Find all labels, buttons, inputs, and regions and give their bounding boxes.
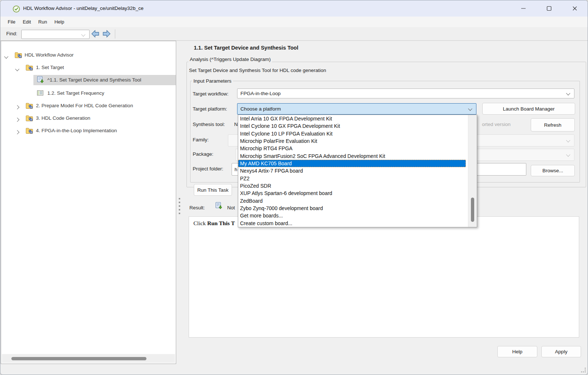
- platform-option-2[interactable]: Intel Cyclone 10 GX FPGA Development Kit: [238, 122, 466, 130]
- help-button[interactable]: Help: [497, 346, 537, 357]
- tree-item-label: 2. Prepare Model For HDL Code Generation: [36, 103, 133, 108]
- menu-bar: FileEditRunHelp: [0, 17, 588, 27]
- platform-option-4[interactable]: Microchip PolarFire Evaluation Kit: [238, 137, 466, 145]
- report-icon: [36, 89, 45, 97]
- find-previous-button[interactable]: [91, 29, 100, 40]
- folder-icon: [25, 64, 34, 71]
- tree-expand-down-icon[interactable]: [16, 66, 19, 72]
- dropdown-scrollbar[interactable]: [468, 115, 477, 227]
- task-result-icon: [215, 202, 223, 210]
- chevron-down-icon: [468, 107, 472, 111]
- tree-expand-right-icon[interactable]: [16, 129, 19, 135]
- project-folder-label: Project folder:: [193, 166, 223, 172]
- app-check-icon: [12, 5, 20, 13]
- toolbar-separator: [115, 29, 115, 39]
- result-label: Result:: [189, 205, 205, 210]
- tree-item-6[interactable]: 3. HDL Code Generation: [1, 113, 176, 123]
- task-description: Set Target Device and Synthesis Tool for…: [189, 68, 326, 73]
- input-parameters-group-label: Input Parameters: [192, 78, 233, 84]
- platform-option-15[interactable]: Create custom board...: [238, 220, 466, 227]
- scrollbar-thumb[interactable]: [471, 198, 474, 222]
- scrollbar-thumb[interactable]: [11, 357, 146, 360]
- window-title: HDL Workflow Advisor - unitDelay_ce/unit…: [23, 6, 144, 11]
- target-workflow-value: FPGA-in-the-Loop: [240, 91, 281, 96]
- folder-icon: [25, 127, 34, 134]
- tree-expand-down-icon[interactable]: [5, 54, 8, 59]
- workflow-tree-panel: HDL Workflow Advisor1. Set Target^1.1. S…: [1, 41, 176, 364]
- resize-grip[interactable]: [581, 368, 587, 374]
- package-label: Package:: [193, 151, 213, 157]
- tree-expand-right-icon[interactable]: [16, 117, 19, 122]
- run-this-task-button[interactable]: Run This Task: [194, 184, 232, 196]
- tree-item-5[interactable]: 2. Prepare Model For HDL Code Generation: [1, 101, 176, 111]
- tree-item-label: ^1.1. Set Target Device and Synthesis To…: [47, 77, 141, 83]
- platform-option-1[interactable]: Intel Arria 10 GX FPGA Development Kit: [238, 115, 466, 122]
- platform-option-9[interactable]: PZ2: [238, 175, 466, 182]
- panel-splitter[interactable]: [177, 41, 182, 364]
- menu-run[interactable]: Run: [35, 18, 51, 26]
- find-toolbar: Find:: [0, 27, 588, 41]
- platform-option-13[interactable]: Zybo Zynq-7000 development board: [238, 205, 466, 212]
- tree-item-2[interactable]: 1. Set Target: [1, 62, 176, 73]
- platform-option-3[interactable]: Intel Cyclone 10 LP FPGA Evaluation Kit: [238, 130, 466, 137]
- browse-button[interactable]: Browse...: [531, 165, 575, 176]
- tree-expand-right-icon[interactable]: [16, 104, 19, 110]
- synthesis-tool-value-fragment: N: [234, 122, 238, 127]
- task-report-area: Click Run This T: [189, 216, 579, 338]
- tree-item-label: 1.2. Set Target Frequency: [47, 90, 104, 96]
- target-workflow-label: Target workflow:: [193, 91, 229, 97]
- synthesis-tool-note-fragment: orted version: [482, 122, 511, 127]
- tree-item-label: 3. HDL Code Generation: [36, 115, 90, 121]
- synthesis-tool-label: Synthesis tool:: [193, 122, 225, 127]
- menu-file[interactable]: File: [4, 18, 19, 26]
- folder-icon: [14, 51, 23, 59]
- tree-item-3[interactable]: ^1.1. Set Target Device and Synthesis To…: [1, 75, 176, 85]
- tree-item-7[interactable]: 4. FPGA-in-the-Loop Implementation: [1, 126, 176, 136]
- menu-edit[interactable]: Edit: [19, 18, 35, 26]
- menu-help[interactable]: Help: [51, 18, 68, 26]
- find-next-button[interactable]: [102, 29, 111, 40]
- platform-option-14[interactable]: Get more boards...: [238, 212, 466, 219]
- report-instruction-text: Click Run This T: [193, 220, 235, 227]
- minimize-button[interactable]: [515, 0, 532, 17]
- tree-horizontal-scrollbar[interactable]: [2, 354, 175, 363]
- analysis-group-label: Analysis (^Triggers Update Diagram): [188, 57, 272, 62]
- launch-board-manager-button[interactable]: Launch Board Manager: [482, 103, 575, 115]
- project-folder-value-fragment: h: [235, 167, 237, 172]
- platform-option-8[interactable]: Nexys4 Artix-7 FPGA board: [238, 167, 466, 174]
- target-workflow-combobox[interactable]: FPGA-in-the-Loop: [237, 89, 574, 98]
- tree-item-label: 4. FPGA-in-the-Loop Implementation: [36, 128, 117, 133]
- target-platform-value: Choose a platform: [240, 106, 281, 112]
- maximize-button[interactable]: [541, 0, 558, 17]
- tree-item-label: 1. Set Target: [36, 65, 64, 70]
- target-platform-combobox[interactable]: Choose a platform: [237, 103, 476, 115]
- chevron-down-icon: [566, 138, 570, 142]
- target-platform-dropdown-list: Intel Arria 10 GX FPGA Development KitIn…: [238, 115, 477, 227]
- task-icon: [36, 76, 45, 84]
- title-bar: HDL Workflow Advisor - unitDelay_ce/unit…: [0, 0, 588, 17]
- tree-item-label: HDL Workflow Advisor: [25, 52, 74, 58]
- task-heading: 1.1. Set Target Device and Synthesis Too…: [194, 45, 298, 51]
- platform-option-5[interactable]: Microchip RTG4 FPGA: [238, 145, 466, 152]
- chevron-down-icon: [566, 152, 570, 156]
- target-platform-label: Target platform:: [193, 106, 227, 112]
- refresh-button[interactable]: Refresh: [531, 118, 575, 131]
- chevron-down-icon: [566, 91, 570, 95]
- find-input[interactable]: [21, 30, 90, 39]
- apply-button[interactable]: Apply: [541, 346, 581, 357]
- platform-option-7[interactable]: My AMD KC705 Board: [238, 160, 466, 167]
- tree-item-1[interactable]: HDL Workflow Advisor: [1, 50, 176, 60]
- platform-option-11[interactable]: XUP Atlys Spartan-6 development board: [238, 190, 466, 197]
- folder-icon: [25, 102, 34, 109]
- chevron-down-icon: [81, 32, 85, 36]
- folder-icon: [25, 114, 34, 122]
- platform-option-12[interactable]: ZedBoard: [238, 197, 466, 205]
- platform-option-6[interactable]: Microchip SmartFusion2 SoC FPGA Advanced…: [238, 152, 466, 160]
- result-status-fragment: Not: [227, 205, 235, 210]
- find-label: Find:: [6, 31, 17, 36]
- platform-option-10[interactable]: PicoZed SDR: [238, 182, 466, 190]
- hdl-workflow-advisor-window: HDL Workflow Advisor - unitDelay_ce/unit…: [0, 0, 588, 375]
- close-button[interactable]: [566, 0, 583, 17]
- tree-item-4[interactable]: 1.2. Set Target Frequency: [1, 88, 176, 98]
- family-label: Family:: [193, 137, 209, 143]
